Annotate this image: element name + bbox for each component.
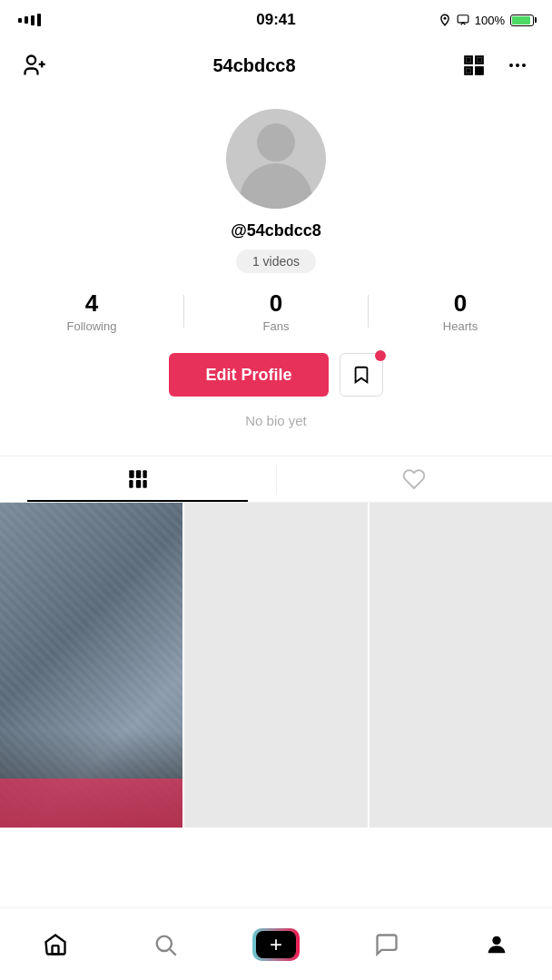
profile-username: @54cbdcc8 bbox=[231, 221, 321, 240]
svg-rect-22 bbox=[129, 480, 133, 488]
home-icon bbox=[43, 932, 68, 957]
nav-profile[interactable] bbox=[441, 908, 552, 980]
fans-count: 0 bbox=[270, 289, 282, 318]
video-thumbnail-empty bbox=[370, 503, 552, 828]
messages-icon bbox=[374, 932, 399, 957]
add-icon: + bbox=[270, 932, 282, 957]
svg-rect-10 bbox=[467, 69, 469, 72]
tab-videos[interactable] bbox=[0, 456, 276, 502]
edit-profile-button[interactable]: Edit Profile bbox=[169, 353, 328, 397]
nav-search[interactable] bbox=[111, 908, 222, 980]
hearts-label: Hearts bbox=[443, 319, 478, 333]
svg-rect-19 bbox=[129, 470, 133, 478]
svg-rect-14 bbox=[476, 72, 478, 74]
hearts-count: 0 bbox=[454, 289, 467, 318]
avatar bbox=[226, 109, 326, 209]
svg-point-18 bbox=[522, 64, 526, 67]
bookmark-notification-dot bbox=[375, 350, 386, 361]
svg-rect-12 bbox=[476, 67, 478, 70]
svg-rect-15 bbox=[479, 72, 482, 74]
svg-line-27 bbox=[171, 949, 176, 955]
battery-icon bbox=[510, 15, 534, 26]
svg-point-28 bbox=[493, 936, 501, 944]
video-thumbnail-empty bbox=[184, 503, 367, 828]
svg-rect-25 bbox=[52, 946, 58, 954]
profile-section: @54cbdcc8 1 videos 4 Following 0 Fans 0 … bbox=[0, 91, 552, 456]
svg-rect-23 bbox=[136, 480, 141, 488]
svg-rect-21 bbox=[143, 470, 146, 478]
bookmark-icon bbox=[351, 365, 371, 385]
heart-icon bbox=[402, 467, 426, 491]
svg-rect-9 bbox=[478, 58, 480, 61]
svg-point-17 bbox=[516, 64, 519, 67]
nav-messages[interactable] bbox=[331, 908, 442, 980]
stat-fans[interactable]: 0 Fans bbox=[184, 289, 368, 333]
nav-home[interactable] bbox=[0, 908, 111, 980]
stats-row: 4 Following 0 Fans 0 Hearts bbox=[0, 289, 552, 333]
search-icon bbox=[153, 932, 178, 957]
video-grid bbox=[0, 503, 552, 828]
action-buttons: Edit Profile bbox=[169, 353, 382, 397]
status-right: 100% bbox=[439, 14, 534, 27]
add-user-button[interactable] bbox=[18, 49, 51, 82]
profile-icon bbox=[484, 932, 509, 957]
svg-rect-1 bbox=[458, 15, 468, 23]
fans-label: Fans bbox=[263, 319, 290, 333]
nav-add[interactable]: + bbox=[221, 908, 331, 980]
svg-point-16 bbox=[509, 64, 513, 67]
grid-icon bbox=[126, 467, 150, 491]
videos-badge[interactable]: 1 videos bbox=[236, 250, 316, 273]
qr-code-button[interactable] bbox=[458, 49, 490, 82]
profile-username-header: 54cbdcc8 bbox=[212, 55, 295, 76]
bookmark-button[interactable] bbox=[340, 353, 383, 397]
svg-point-2 bbox=[27, 56, 35, 64]
svg-rect-20 bbox=[136, 470, 141, 478]
location-icon bbox=[439, 14, 451, 26]
tab-bar bbox=[0, 456, 552, 503]
stat-following[interactable]: 4 Following bbox=[0, 289, 183, 333]
tab-liked[interactable] bbox=[277, 456, 553, 502]
add-user-icon bbox=[22, 53, 47, 78]
battery-percent: 100% bbox=[475, 14, 505, 27]
airplay-icon bbox=[457, 14, 469, 26]
bio-text: No bio yet bbox=[245, 413, 307, 428]
video-thumbnail[interactable] bbox=[0, 503, 182, 828]
more-options-button[interactable] bbox=[501, 49, 534, 82]
following-label: Following bbox=[67, 319, 117, 333]
following-count: 4 bbox=[85, 289, 98, 318]
svg-point-26 bbox=[157, 936, 172, 950]
status-time: 09:41 bbox=[256, 11, 295, 29]
more-options-icon bbox=[507, 54, 528, 76]
bottom-nav: + bbox=[0, 907, 552, 980]
content-area: @54cbdcc8 1 videos 4 Following 0 Fans 0 … bbox=[0, 91, 552, 900]
svg-point-0 bbox=[443, 17, 446, 20]
svg-rect-8 bbox=[467, 58, 469, 61]
svg-rect-24 bbox=[143, 480, 146, 488]
svg-rect-13 bbox=[479, 67, 482, 70]
qr-code-icon bbox=[462, 54, 486, 77]
header: 54cbdcc8 bbox=[0, 40, 552, 91]
status-bar: 09:41 100% bbox=[0, 0, 552, 40]
stat-hearts[interactable]: 0 Hearts bbox=[369, 289, 552, 333]
signal-strength bbox=[18, 14, 41, 26]
